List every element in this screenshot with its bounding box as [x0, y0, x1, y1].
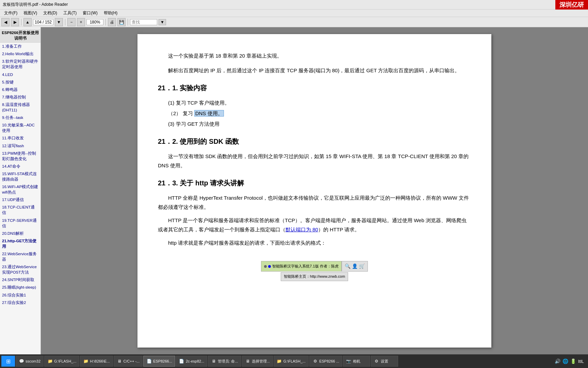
sidebar-item-16[interactable]: 16.WiFi-AP模式创建wifi热点 [0, 183, 40, 196]
ime-icon-cart[interactable]: 🛒 [359, 262, 365, 271]
search-input[interactable] [130, 19, 157, 25]
ime-right-row: 智能陈桥主页：http://www.znwb.com [158, 272, 471, 281]
ime-dot-blue [268, 265, 271, 268]
list-item-3: (3) 学习 GET 方法使用 [168, 119, 471, 128]
menu-view[interactable]: 视图(V) [21, 10, 40, 17]
sidebar-item-10[interactable]: 10.光敏采集--ADC使用 [0, 121, 40, 134]
gaflash1-icon: 📁 [47, 358, 53, 364]
tray-battery-icon[interactable]: 🔋 [570, 358, 576, 364]
taskbar-item-h8266[interactable]: 📁 H:\8266\E... [80, 356, 113, 367]
gaflash2-icon: 📁 [277, 358, 282, 364]
pdf-content[interactable]: 这一个实验是基于第 18 章和第 20 章基础上实现。 解析出百度网址的 IP … [41, 27, 588, 354]
titlebar-title: 发板指导说明书.pdf - Adobe Reader [3, 2, 68, 7]
section-21-3-title: 21．3. 关于 http 请求头讲解 [158, 177, 471, 189]
pdf-intro2: 解析出百度网址的 IP 后，然后通过这个 IP 连接百度 TCP 服务器(端口为… [158, 66, 471, 75]
2cesp82-icon: 📄 [179, 358, 184, 364]
sidebar-item-13[interactable]: 13.PWM使用--控制彩灯颜色变化 [0, 150, 40, 163]
taskbar-item-camera[interactable]: 📷 相机 [343, 356, 370, 367]
taskbar-item-gaflash2[interactable]: 📁 G:\FLASH_... [274, 356, 309, 367]
taskbar-item-manager2[interactable]: 🖥 选择管理... [242, 356, 273, 367]
sidebar-item-4[interactable]: 4.LED [0, 71, 40, 78]
menu-tools[interactable]: 工具(T) [61, 10, 79, 17]
sidebar-item-22[interactable]: 22.WebService服务器 [0, 250, 40, 263]
sidebar-item-19[interactable]: 19.TCP-SERVER通信 [0, 217, 40, 230]
h8266-icon: 📁 [83, 358, 88, 364]
sidebar-item-17[interactable]: 17.UDP通信 [0, 196, 40, 203]
sidebar-item-27[interactable]: 27.综合实验2 [0, 299, 40, 306]
pdf-page: 这一个实验是基于第 18 章和第 20 章基础上实现。 解析出百度网址的 IP … [137, 34, 491, 348]
manager2-icon: 🖥 [245, 358, 250, 364]
section-21-1-title: 21．1. 实验内容 [158, 82, 471, 94]
tray-volume-icon[interactable]: 🔊 [555, 358, 560, 364]
save-button[interactable]: 💾 [117, 18, 126, 26]
sidebar-item-26[interactable]: 26.综合实验1 [0, 291, 40, 299]
taskbar-item-esp8266b[interactable]: ⚙ ESP8266 ... [309, 356, 342, 367]
body-text-2: HTTP 是一个客户端和服务器端请求和应答的标准（TCP）。客户端是终端用户，服… [158, 216, 471, 234]
search-dropdown[interactable]: ▼ [159, 19, 166, 25]
tray-network-icon[interactable]: 🌐 [562, 358, 568, 364]
ime-left-label: 智能陈桥汉字输入系统7.1版 作者：陈虎 [272, 263, 338, 270]
sidebar-item-25[interactable]: 25.睡眠(light-sleep) [0, 283, 40, 291]
list-item-1: (1) 复习 TCP 客户端使用。 [168, 98, 471, 107]
taskbar-item-esp8266[interactable]: 📄 ESP8266... [143, 356, 175, 367]
body-text-1: HTTP 全称是 HyperText Transfer Protocol，也叫做… [158, 193, 471, 212]
sidebar-item-21[interactable]: 21.http-GET方法使用 [0, 237, 40, 250]
back-button[interactable]: ◀ [1, 18, 10, 26]
ime-bar: 智能陈桥汉字输入系统7.1版 作者：陈虎 🔍 👤 🛒 [158, 261, 471, 272]
sidebar-item-8[interactable]: 8.温湿度传感器(DHT11) [0, 101, 40, 114]
taskbar-item-2cesp82[interactable]: 📄 2c-esp82... [176, 356, 207, 367]
manager1-icon: 🖥 [211, 358, 216, 364]
ime-icon-search[interactable]: 🔍 [345, 262, 350, 271]
sidebar-item-6[interactable]: 6.蜂鸣器 [0, 86, 40, 93]
menu-help[interactable]: 帮助(H) [101, 10, 120, 17]
taskbar: ⊞ 💬 sscom32 📁 G:\FLASH_... 📁 H:\8266\E..… [0, 354, 588, 368]
section-21-2-body: 这一节没有增加 SDK 函数的使用，但会用到之前学习过的知识，如第 15 章 W… [158, 152, 471, 170]
forward-button[interactable]: ▶ [11, 18, 19, 26]
sscom32-icon: 💬 [19, 358, 24, 364]
sidebar-item-3[interactable]: 3.软件定时器和硬件定时器使用 [0, 58, 40, 71]
esp8266b-icon: ⚙ [312, 358, 318, 364]
sidebar-item-7[interactable]: 7.继电器控制 [0, 93, 40, 101]
zoom-in-button[interactable]: + [77, 18, 85, 26]
prev-page-button[interactable]: ▲ [23, 18, 32, 26]
zoom-input[interactable] [86, 19, 103, 25]
taskbar-item-settings[interactable]: ⚙ 设置 [371, 356, 398, 367]
taskbar-item-sscom32[interactable]: 💬 sscom32 [16, 356, 44, 367]
sidebar-item-24[interactable]: 24.SNTP时间获取 [0, 276, 40, 283]
menu-file[interactable]: 文件(F) [1, 10, 20, 17]
ime-left[interactable]: 智能陈桥汉字输入系统7.1版 作者：陈虎 [261, 261, 341, 272]
page-number-input[interactable] [33, 19, 53, 25]
ime-dot-gray [264, 265, 267, 268]
sidebar-item-18[interactable]: 18.TCP-CLIENT通信 [0, 203, 40, 216]
menu-document[interactable]: 文档(D) [40, 10, 60, 17]
start-button[interactable]: ⊞ [1, 356, 15, 367]
toolbar-separator-1 [21, 19, 21, 26]
sidebar-item-12[interactable]: 12.读写flash [0, 142, 40, 150]
sidebar-item-1[interactable]: 1.准备工作 [0, 43, 40, 50]
toolbar-separator-2 [65, 19, 65, 26]
taskbar-item-gaflash1[interactable]: 📁 G:\FLASH_... [44, 356, 79, 367]
print-button[interactable]: 🖨 [108, 18, 116, 26]
sidebar-item-15[interactable]: 15.WIFI-STA模式连接路由器 [0, 170, 40, 183]
ime-right-label: 智能陈桥主页：http://www.znwb.com [281, 272, 348, 281]
taskbar-item-cpp[interactable]: 🖥 C/C++ -... [114, 356, 143, 367]
toolbar-separator-3 [105, 19, 106, 26]
ime-icons: 🔍 👤 🛒 [342, 261, 368, 272]
next-page-button[interactable]: ▼ [55, 18, 63, 26]
zoom-out-button[interactable]: − [67, 18, 76, 26]
section-21-2-title: 21．2. 使用到的 SDK 函数 [158, 135, 471, 148]
sidebar-item-9[interactable]: 9.任务--task [0, 114, 40, 121]
sidebar-item-23[interactable]: 23.通过WebService实现POST方法 [0, 263, 40, 276]
sidebar-item-11[interactable]: 11.串口收发 [0, 134, 40, 142]
sidebar-item-14[interactable]: 14.AT命令 [0, 163, 40, 170]
menu-window[interactable]: 窗口(W) [80, 10, 100, 17]
camera-icon: 📷 [346, 358, 352, 364]
ime-icon-user[interactable]: 👤 [352, 262, 358, 271]
taskbar-item-manager1[interactable]: 🖥 管理员: 命... [208, 356, 241, 367]
sidebar-item-20[interactable]: 20.DNS解析 [0, 230, 40, 237]
sidebar-item-2[interactable]: 2.Hello World输出 [0, 50, 40, 58]
list-item-2: （2） 复习 DNS 使用。 [168, 109, 471, 118]
ime-section: 智能陈桥汉字输入系统7.1版 作者：陈虎 🔍 👤 🛒 智能陈桥主页：http:/… [158, 261, 471, 281]
link-default-port[interactable]: 默认端口为 80 [285, 227, 318, 232]
sidebar-item-5[interactable]: 5.按键 [0, 78, 40, 86]
